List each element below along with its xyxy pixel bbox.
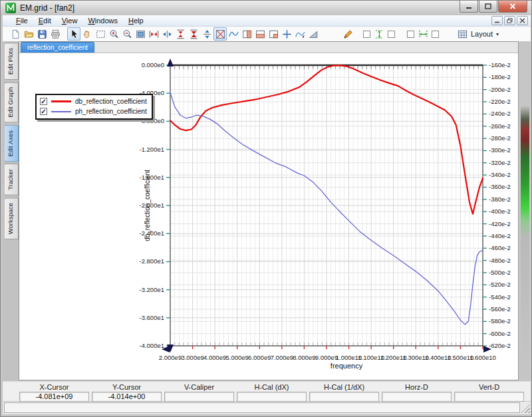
plot-frame-icon-button[interactable] <box>213 27 227 41</box>
edit-pencil-icon-button[interactable] <box>341 27 354 41</box>
svg-text:-160e-2: -160e-2 <box>489 61 511 69</box>
svg-text:-400e-2: -400e-2 <box>489 208 511 215</box>
maximize-button[interactable] <box>479 1 497 13</box>
h-caliper-icon-button[interactable] <box>416 27 430 41</box>
side-tab-edit-plots[interactable]: Edit Plots <box>5 43 19 80</box>
mdi-restore-button[interactable] <box>504 16 515 25</box>
h-caliper-left-checkbox[interactable] <box>407 31 414 38</box>
h-caliper-right-checkbox[interactable] <box>432 31 439 38</box>
split-horizontal-icon-button[interactable] <box>253 27 267 41</box>
side-tab-tracker[interactable]: Tracker <box>5 164 19 196</box>
minimize-button[interactable] <box>460 1 478 13</box>
svg-text:4.000e9: 4.000e9 <box>203 354 226 361</box>
svg-text:8.000e9: 8.000e9 <box>293 354 315 361</box>
menu-edit[interactable]: Edit <box>33 16 57 25</box>
print-icon-button[interactable] <box>49 27 62 41</box>
crosshair-icon-button[interactable] <box>280 27 293 41</box>
v-caliper-left-checkbox[interactable] <box>363 31 370 38</box>
layout-menu-icon-button[interactable]: Layout▾ <box>453 27 503 41</box>
svg-text:-420e-2: -420e-2 <box>489 220 511 227</box>
svg-text:-440e-2: -440e-2 <box>489 232 511 239</box>
title-bar: EM.grid - [fan2] <box>1 1 531 15</box>
side-tab-strip: Edit PlotsEdit GraphEdit AxesTrackerWork… <box>3 41 19 380</box>
legend-checkbox-ph_reflection_coefficient[interactable]: ✓ <box>40 108 47 115</box>
curve-tracker-icon-button[interactable] <box>293 27 307 41</box>
x-axis-title: frequency <box>331 362 363 370</box>
status-field-value: -4.014e+00 <box>92 392 162 402</box>
svg-text:-3.200e1: -3.200e1 <box>139 286 164 293</box>
svg-text:-580e-2: -580e-2 <box>489 317 511 325</box>
v-expand-icon-button[interactable] <box>200 27 213 41</box>
status-message-area <box>4 402 520 413</box>
pan-hand-icon-button[interactable] <box>80 27 94 41</box>
chart-gridlines <box>170 65 483 346</box>
status-field-value: -4.081e+09 <box>19 392 89 402</box>
status-field-y-cursor: Y-Cursor-4.014e+00 <box>92 383 162 402</box>
status-field-value <box>237 392 307 402</box>
svg-text:1.600e10: 1.600e10 <box>469 354 496 361</box>
status-field-x-cursor: X-Cursor-4.081e+09 <box>19 383 89 402</box>
svg-text:-4.000e1: -4.000e1 <box>139 342 164 349</box>
toolbar: Layout▾ <box>3 27 531 42</box>
svg-text:-560e-2: -560e-2 <box>489 305 511 313</box>
menu-windows[interactable]: Windows <box>82 16 123 25</box>
zoom-in-icon-button[interactable] <box>107 27 120 41</box>
plot-curve-icon-button[interactable] <box>227 27 240 41</box>
zoom-window-icon-button[interactable] <box>94 27 107 41</box>
svg-text:-340e-2: -340e-2 <box>489 171 511 178</box>
zoom-out-icon-button[interactable] <box>120 27 134 41</box>
zoom-extent-icon-button[interactable] <box>134 27 147 41</box>
save-icon-button[interactable] <box>35 27 49 41</box>
status-field-h-cal-1-dx-: H-Cal (1/dX) <box>309 383 379 402</box>
legend-line-sample <box>51 100 71 102</box>
resize-grip[interactable] <box>521 404 530 413</box>
status-field-label: H-Cal (dX) <box>237 383 307 392</box>
status-field-label: H-Cal (1/dX) <box>309 383 379 392</box>
side-tab-edit-axes[interactable]: Edit Axes <box>5 125 19 162</box>
side-tab-edit-graph[interactable]: Edit Graph <box>5 82 19 122</box>
svg-text:-200e-2: -200e-2 <box>489 86 511 93</box>
window-title: EM.grid - [fan2] <box>20 3 74 13</box>
v-collapse-icon-button[interactable] <box>174 27 187 41</box>
status-field-v-caliper: V-Caliper <box>164 383 234 402</box>
app-window: EM.grid - [fan2] FileEditViewWindowsHelp… <box>0 0 532 417</box>
mdi-close-button[interactable] <box>517 16 528 25</box>
v-caliper-icon-button[interactable] <box>372 27 386 41</box>
v-collapse-center-icon-button[interactable] <box>187 27 200 41</box>
v-caliper-right-checkbox[interactable] <box>388 31 395 38</box>
select-arrow-icon-button[interactable] <box>67 27 80 41</box>
menu-view[interactable]: View <box>57 16 83 25</box>
svg-text:-360e-2: -360e-2 <box>489 183 511 190</box>
plot-document-canvas: reflection_coefficient 2.000e93.000e94.0… <box>19 41 519 380</box>
menu-help[interactable]: Help <box>123 16 149 25</box>
split-vertical-icon-button[interactable] <box>240 27 253 41</box>
svg-text:-620e-2: -620e-2 <box>489 342 511 349</box>
h-collapse-icon-button[interactable] <box>147 27 160 41</box>
svg-text:-500e-2: -500e-2 <box>489 269 511 276</box>
svg-text:-2.800e1: -2.800e1 <box>139 257 164 265</box>
toolbar-group-v-caliper-controls <box>361 27 397 41</box>
split-corner-icon-button[interactable] <box>267 27 280 41</box>
status-bar: X-Cursor-4.081e+09Y-Cursor-4.014e+00V-Ca… <box>3 381 531 401</box>
svg-text:-600e-2: -600e-2 <box>489 330 511 337</box>
open-folder-icon-button[interactable] <box>22 27 35 41</box>
menu-file[interactable]: File <box>11 16 33 25</box>
chart-axis-labels: 2.000e93.000e94.000e95.000e96.000e97.000… <box>139 61 510 361</box>
status-field-value <box>382 392 452 402</box>
status-field-label: X-Cursor <box>19 383 89 392</box>
svg-text:2.000e9: 2.000e9 <box>159 354 182 361</box>
legend-checkbox-db_reflection_coefficient[interactable]: ✓ <box>40 98 47 105</box>
app-icon <box>5 3 16 13</box>
side-tab-workspace[interactable]: Workspace <box>5 198 19 239</box>
toolbar-group-layout: Layout▾ <box>453 27 503 41</box>
new-document-icon-button[interactable] <box>9 27 22 41</box>
h-expand-icon-button[interactable] <box>160 27 174 41</box>
mdi-minimize-button[interactable] <box>491 16 503 25</box>
tab-reflection-coefficient[interactable]: reflection_coefficient <box>21 42 94 53</box>
legend-line-sample <box>51 111 71 112</box>
close-button[interactable] <box>498 1 527 13</box>
slope-marker-icon-button[interactable] <box>307 27 320 41</box>
status-field-value <box>309 392 379 402</box>
svg-text:-220e-2: -220e-2 <box>489 98 511 105</box>
svg-text:-3.600e1: -3.600e1 <box>139 314 164 321</box>
